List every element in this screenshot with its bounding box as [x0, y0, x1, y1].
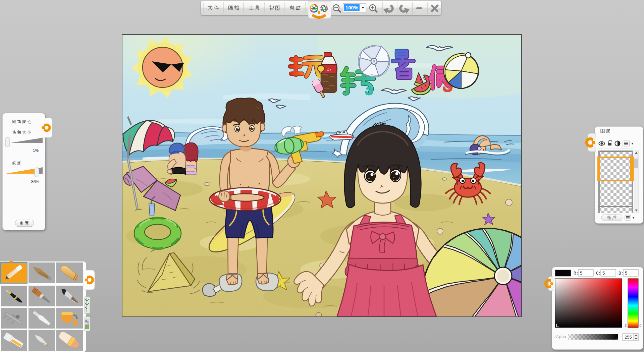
svg-text:100%: 100%: [345, 5, 358, 10]
svg-text:86%: 86%: [31, 179, 39, 184]
svg-text:1%: 1%: [33, 148, 39, 153]
svg-text:Alpha: Alpha: [554, 335, 566, 339]
svg-text:255: 255: [625, 335, 632, 340]
svg-text:5: 5: [602, 271, 605, 276]
svg-text:la: la: [327, 67, 331, 72]
svg-text:R:: R:: [574, 271, 578, 276]
svg-text:5: 5: [625, 271, 627, 276]
svg-text:B:: B:: [619, 271, 623, 276]
svg-text:5: 5: [580, 271, 582, 276]
svg-text:G:: G:: [596, 271, 601, 276]
